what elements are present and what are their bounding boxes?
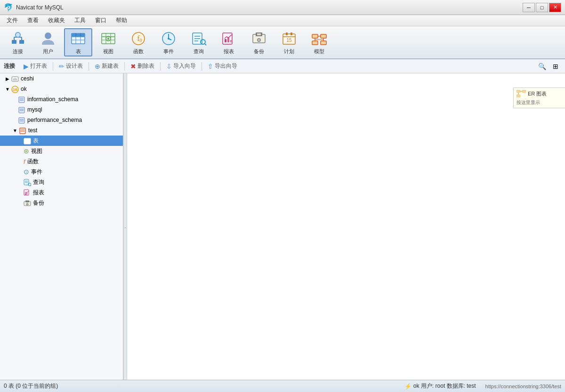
tree-label-query-item: 查询 [33, 178, 44, 186]
tree-item-table[interactable]: 表 [0, 136, 123, 146]
report-icon [220, 30, 237, 47]
toolbar-user[interactable]: 用户 [34, 28, 62, 56]
schedule-icon: 15 [281, 30, 298, 47]
tree-label-backup-item: 备份 [33, 199, 44, 207]
sidebar: ▶ db ceshi ▼ DB ok [0, 73, 123, 380]
toolbar-schedule[interactable]: 15 计划 [275, 28, 303, 56]
svg-rect-37 [225, 39, 226, 42]
separator [53, 62, 53, 71]
status-conn-icon: ⚡ [404, 383, 412, 390]
delete-table-button[interactable]: ✖ 删除表 [127, 61, 158, 71]
menu-view[interactable]: 查看 [23, 16, 43, 25]
connect-label: 连接 [13, 48, 23, 55]
event-icon [160, 30, 177, 47]
db-icon-perf [18, 116, 25, 124]
tree-item-performance-schema[interactable]: performance_schema [0, 115, 123, 125]
db-icon-mysql [18, 105, 25, 113]
export-wizard-label: 导出向导 [215, 62, 237, 70]
svg-rect-86 [26, 192, 27, 195]
menu-tools[interactable]: 工具 [70, 16, 90, 25]
app-title: Navicat for MySQL [16, 4, 523, 11]
svg-rect-92 [522, 90, 526, 93]
svg-rect-65 [19, 107, 24, 113]
toolbar-table[interactable]: 表 [64, 28, 92, 56]
connection-toolbar: 连接 ▶ 打开表 ✏ 设计表 ⊕ 新建表 ✖ 删除表 ⇩ 导入向导 ⇧ 导出向导… [0, 59, 565, 73]
maximize-button[interactable]: □ [536, 3, 548, 12]
tree-item-func[interactable]: f 函数 [0, 156, 123, 167]
app-icon: 🐬 [4, 3, 13, 12]
arrow-ceshi: ▶ [4, 76, 11, 81]
tree-label-perf: performance_schema [27, 117, 82, 123]
tree-item-report[interactable]: 报表 [0, 187, 123, 198]
svg-text:DB: DB [13, 88, 17, 91]
toolbar-connect[interactable]: 连接 [4, 28, 32, 56]
tree-label-view-item: 视图 [31, 147, 42, 155]
view-label: 视图 [103, 48, 113, 55]
view-icon [100, 30, 117, 47]
toolbar-view[interactable]: 视图 [94, 28, 122, 56]
toolbar-model[interactable]: 模型 [305, 28, 333, 56]
minimize-button[interactable]: ─ [523, 3, 535, 12]
db-icon-test [19, 126, 26, 134]
new-table-button[interactable]: ⊕ 新建表 [91, 61, 122, 71]
tree-item-view[interactable]: ⊛ 视图 [0, 146, 123, 156]
design-table-button[interactable]: ✏ 设计表 [55, 61, 87, 71]
svg-rect-93 [517, 95, 520, 97]
tree-label-event-item: 事件 [31, 168, 42, 176]
er-panel[interactable]: ER 图表 按这里显示 [513, 88, 565, 108]
tree-item-ceshi[interactable]: ▶ db ceshi [0, 73, 123, 84]
er-panel-icon [517, 90, 526, 97]
tree-item-query[interactable]: 查询 [0, 177, 123, 187]
svg-line-83 [31, 185, 31, 186]
menu-favorites[interactable]: 收藏夹 [43, 16, 70, 25]
close-button[interactable]: ✕ [549, 3, 561, 12]
tree-item-ok[interactable]: ▼ DB ok [0, 84, 123, 94]
menubar: 文件 查看 收藏夹 工具 窗口 帮助 [0, 15, 565, 26]
sidebar-resizer[interactable]: ⋮ [123, 73, 127, 380]
svg-text:15: 15 [286, 38, 292, 43]
tree-label-ceshi: ceshi [21, 75, 34, 82]
svg-rect-75 [24, 138, 31, 140]
toolbar-backup[interactable]: 备份 [245, 28, 273, 56]
tree-label-table-item: 表 [33, 137, 39, 145]
svg-point-7 [45, 32, 51, 39]
menu-help[interactable]: 帮助 [111, 16, 132, 25]
svg-text:db: db [13, 77, 17, 81]
svg-rect-6 [16, 33, 20, 36]
separator5 [202, 62, 202, 71]
tree-item-event[interactable]: ⊙ 事件 [0, 167, 123, 177]
toolbar-report[interactable]: 报表 [215, 28, 243, 56]
grid-toggle-button[interactable]: ⊞ [550, 62, 561, 71]
svg-rect-71 [20, 128, 25, 134]
svg-rect-1 [19, 40, 24, 44]
import-wizard-button[interactable]: ⇩ 导入向导 [162, 61, 200, 71]
tree-item-information-schema[interactable]: information_schema [0, 94, 123, 104]
open-table-icon: ▶ [24, 63, 29, 70]
open-table-button[interactable]: ▶ 打开表 [20, 61, 51, 71]
svg-rect-13 [72, 33, 85, 37]
toolbar-event[interactable]: 事件 [154, 28, 183, 56]
backup-label: 备份 [254, 48, 264, 55]
export-wizard-button[interactable]: ⇧ 导出向导 [204, 61, 241, 71]
delete-table-icon: ✖ [130, 63, 136, 70]
tree-item-mysql[interactable]: mysql [0, 104, 123, 115]
report-icon-tree [24, 188, 31, 196]
tree-label-test: test [28, 127, 37, 134]
export-wizard-icon: ⇧ [208, 63, 213, 70]
view-icon-tree: ⊛ [24, 147, 29, 155]
function-icon: f 0 [130, 30, 147, 47]
menu-window[interactable]: 窗口 [90, 16, 111, 25]
tree-label-func-item: 函数 [27, 158, 39, 166]
status-url: https://connectionstring:3306/test [485, 384, 561, 389]
tree-item-backup[interactable]: 备份 [0, 198, 123, 208]
content-area: ER 图表 按这里显示 [127, 73, 565, 380]
svg-rect-68 [19, 118, 24, 123]
toolbar-function[interactable]: f 0 函数 [124, 28, 153, 56]
query-label: 查询 [194, 48, 204, 55]
tree-item-test[interactable]: ▼ test [0, 125, 123, 136]
menu-file[interactable]: 文件 [2, 16, 23, 25]
toolbar-query[interactable]: 查询 [185, 28, 213, 56]
separator4 [160, 62, 161, 71]
conn-icon-ok: DB [11, 85, 19, 93]
search-button[interactable]: 🔍 [535, 62, 549, 71]
